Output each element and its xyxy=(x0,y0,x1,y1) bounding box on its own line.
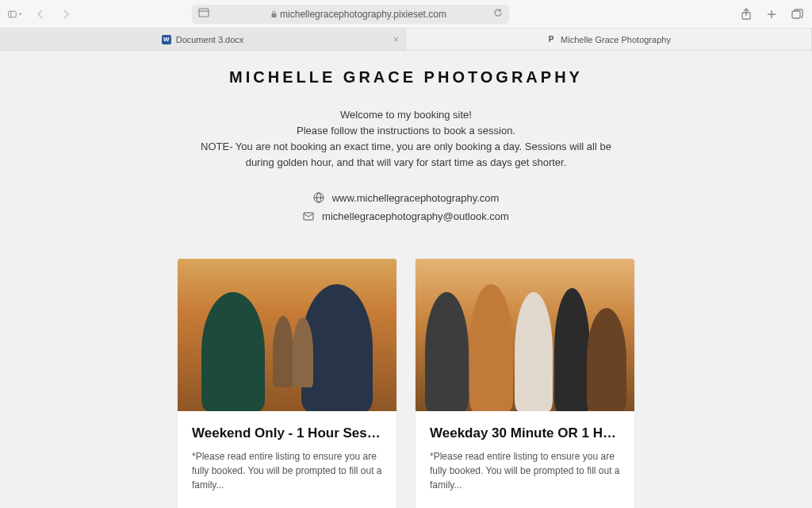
browser-toolbar: michellegracephotography.pixieset.com xyxy=(0,0,812,29)
intro-text: Welcome to my booking site! Please follo… xyxy=(0,107,812,171)
session-card[interactable]: Weekend Only - 1 Hour Session *Please re… xyxy=(178,259,396,508)
back-button[interactable] xyxy=(33,7,48,21)
tab-label: Document 3.docx xyxy=(176,35,244,44)
nav-right-group xyxy=(739,7,804,21)
svg-rect-8 xyxy=(792,11,800,18)
page-header: MICHELLE GRACE PHOTOGRAPHY xyxy=(0,51,812,87)
card-title: Weekend Only - 1 Hour Session xyxy=(192,425,382,441)
url-bar[interactable]: michellegracephotography.pixieset.com xyxy=(192,5,509,24)
refresh-icon[interactable] xyxy=(493,8,503,20)
page-content: MICHELLE GRACE PHOTOGRAPHY Welcome to my… xyxy=(0,51,812,508)
tab-photography[interactable]: P Michelle Grace Photography xyxy=(406,29,812,50)
contact-block: www.michellegracephotography.com michell… xyxy=(0,192,812,222)
reader-icon xyxy=(198,8,209,20)
session-cards: Weekend Only - 1 Hour Session *Please re… xyxy=(0,259,812,508)
tab-document[interactable]: W Document 3.docx × xyxy=(0,29,406,50)
website-text: www.michellegracephotography.com xyxy=(332,192,500,204)
card-title: Weekday 30 Minute OR 1 Hou... xyxy=(430,425,620,441)
tab-bar: W Document 3.docx × P Michelle Grace Pho… xyxy=(0,29,812,51)
session-card[interactable]: Weekday 30 Minute OR 1 Hou... *Please re… xyxy=(416,259,634,508)
tabs-overview-icon[interactable] xyxy=(790,7,804,21)
new-tab-icon[interactable] xyxy=(764,7,779,21)
tab-label: Michelle Grace Photography xyxy=(561,35,671,44)
email-link[interactable]: michellegracephotography@outlook.com xyxy=(0,210,812,222)
session-photo xyxy=(178,259,396,411)
site-title: MICHELLE GRACE PHOTOGRAPHY xyxy=(0,68,812,87)
svg-rect-4 xyxy=(272,13,277,17)
word-doc-icon: W xyxy=(162,35,171,44)
forward-button[interactable] xyxy=(59,7,73,21)
intro-line: Please follow the instructions to book a… xyxy=(32,123,780,139)
card-body: Weekday 30 Minute OR 1 Hou... *Please re… xyxy=(416,411,634,508)
card-body: Weekend Only - 1 Hour Session *Please re… xyxy=(178,411,396,508)
site-favicon: P xyxy=(546,35,556,44)
nav-left-group xyxy=(8,7,73,21)
intro-line: Welcome to my booking site! xyxy=(32,107,780,123)
email-text: michellegracephotography@outlook.com xyxy=(322,210,509,222)
card-description: *Please read entire listing to ensure yo… xyxy=(430,449,620,492)
close-tab-icon[interactable]: × xyxy=(393,34,399,45)
url-text: michellegracephotography.pixieset.com xyxy=(214,9,503,20)
card-description: *Please read entire listing to ensure yo… xyxy=(192,449,382,492)
mail-icon xyxy=(303,212,314,221)
sidebar-toggle[interactable] xyxy=(8,7,22,21)
website-link[interactable]: www.michellegracephotography.com xyxy=(0,192,812,204)
share-icon[interactable] xyxy=(739,7,753,21)
intro-line: NOTE- You are not booking an exact time,… xyxy=(32,139,780,155)
globe-icon xyxy=(313,192,324,203)
svg-rect-2 xyxy=(199,9,209,17)
svg-rect-0 xyxy=(9,11,17,17)
session-photo xyxy=(416,259,634,411)
intro-line: during golden hour, and that will vary f… xyxy=(32,155,780,171)
